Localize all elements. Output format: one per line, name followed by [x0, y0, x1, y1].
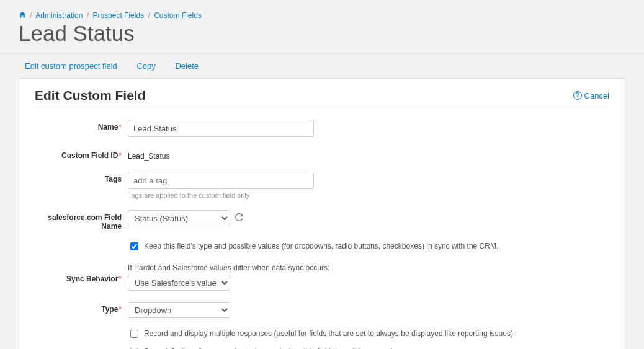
- panel-header: Edit Custom Field ? Cancel: [35, 88, 609, 108]
- cancel-label: Cancel: [584, 91, 609, 100]
- refresh-icon[interactable]: [235, 213, 243, 223]
- name-input[interactable]: [128, 120, 314, 137]
- edit-prospect-field-link[interactable]: Edit custom prospect field: [25, 61, 117, 71]
- home-icon: [19, 11, 28, 20]
- tags-help-text: Tags are applied to the custom field onl…: [128, 192, 609, 199]
- cancel-link[interactable]: ? Cancel: [573, 91, 609, 100]
- delete-link[interactable]: Delete: [175, 61, 199, 71]
- breadcrumb-link-prospect-fields[interactable]: Prospect Fields: [92, 11, 144, 20]
- breadcrumb-home[interactable]: [19, 11, 28, 20]
- breadcrumb-sep: /: [87, 11, 89, 20]
- sync-behavior-note: If Pardot and Salesforce values differ w…: [128, 263, 609, 272]
- breadcrumb-link-custom-fields[interactable]: Custom Fields: [154, 11, 202, 20]
- row-name: Name*: [35, 120, 609, 137]
- page-root: / Administration / Prospect Fields / Cus…: [0, 0, 644, 349]
- breadcrumb: / Administration / Prospect Fields / Cus…: [0, 0, 644, 20]
- label-type: Type*: [35, 302, 128, 314]
- copy-link[interactable]: Copy: [136, 61, 155, 71]
- label-name: Name*: [35, 120, 128, 131]
- edit-panel: Edit Custom Field ? Cancel Name* Custom …: [19, 78, 625, 349]
- toolbar-links: Edit custom prospect field Copy Delete: [0, 54, 644, 78]
- sync-behavior-select[interactable]: Use Salesforce's value: [128, 275, 230, 291]
- label-custom-id: Custom Field ID*: [35, 148, 128, 160]
- keep-sync-label: Keep this field's type and possible valu…: [144, 242, 498, 250]
- breadcrumb-sep: /: [30, 11, 32, 20]
- type-select[interactable]: Dropdown: [128, 302, 230, 318]
- breadcrumb-link-administration[interactable]: Administration: [35, 11, 83, 20]
- keep-sync-checkbox[interactable]: [130, 242, 138, 250]
- label-sync-behavior: Sync Behavior*: [35, 263, 128, 283]
- row-type: Type* Dropdown: [35, 302, 609, 318]
- label-sf-field: salesforce.com Field Name: [35, 210, 128, 231]
- panel-title: Edit Custom Field: [35, 88, 146, 103]
- keep-sync-check-row[interactable]: Keep this field's type and possible valu…: [128, 242, 609, 252]
- row-custom-id: Custom Field ID* Lead_Status: [35, 148, 609, 161]
- record-multiple-row[interactable]: Record and display multiple responses (u…: [128, 329, 609, 340]
- custom-id-value: Lead_Status: [128, 148, 609, 161]
- sf-field-select[interactable]: Status (Status): [128, 210, 230, 226]
- breadcrumb-sep: /: [148, 11, 150, 20]
- row-sync-behavior: Sync Behavior* If Pardot and Salesforce …: [35, 263, 609, 291]
- tags-input[interactable]: [128, 172, 314, 189]
- help-icon: ?: [573, 91, 582, 100]
- row-sf-field: salesforce.com Field Name Status (Status…: [35, 210, 609, 231]
- page-title: Lead Status: [0, 21, 644, 54]
- row-tags: Tags Tags are applied to the custom fiel…: [35, 172, 609, 199]
- record-multiple-label: Record and display multiple responses (u…: [144, 329, 513, 338]
- row-options: Record and display multiple responses (u…: [35, 329, 609, 349]
- row-keep-sync: Keep this field's type and possible valu…: [35, 242, 609, 260]
- label-tags: Tags: [35, 172, 128, 183]
- record-multiple-checkbox[interactable]: [130, 330, 138, 338]
